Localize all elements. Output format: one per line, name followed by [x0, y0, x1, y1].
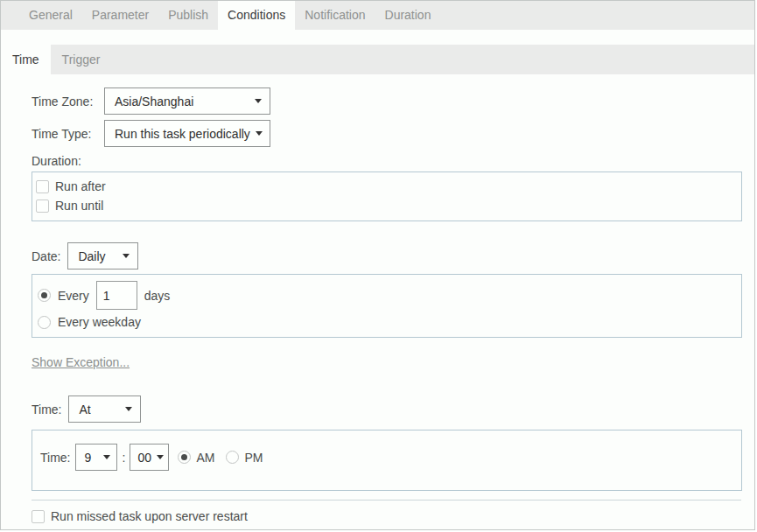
missed-task-option[interactable]: Run missed task upon server restart — [32, 508, 742, 524]
subtab-time[interactable]: Time — [1, 45, 51, 74]
main-tabbar: General Parameter Publish Conditions Not… — [1, 1, 754, 30]
chevron-down-icon — [157, 455, 164, 459]
date-label: Date: — [32, 249, 60, 263]
every-days-input[interactable] — [96, 281, 137, 310]
time-detail-label: Time: — [40, 451, 70, 465]
run-after-option[interactable]: Run after — [36, 177, 741, 196]
tab-general[interactable]: General — [19, 1, 82, 30]
chevron-down-icon — [255, 99, 262, 103]
conditions-subtabbar: Time Trigger — [1, 45, 754, 74]
every-days-option[interactable]: Every days — [38, 281, 741, 310]
chevron-down-icon — [103, 455, 110, 459]
missed-task-checkbox[interactable] — [32, 510, 45, 523]
minute-value: 00 — [137, 451, 151, 465]
chevron-down-icon — [256, 131, 263, 136]
run-after-checkbox[interactable] — [36, 180, 49, 193]
date-select[interactable]: Daily — [67, 242, 138, 270]
run-after-label: Run after — [55, 179, 106, 193]
time-detail-box: Time: 9 : 00 AM PM — [32, 430, 742, 491]
time-type-select[interactable]: Run this task periodically — [104, 120, 270, 147]
time-zone-value: Asia/Shanghai — [115, 94, 193, 108]
recurrence-box: Every days Every weekday — [32, 274, 742, 338]
time-mode-value: At — [79, 402, 90, 416]
time-mode-label: Time: — [32, 402, 61, 416]
every-days-prefix: Every — [58, 289, 89, 303]
run-until-option[interactable]: Run until — [36, 196, 741, 215]
tab-conditions[interactable]: Conditions — [218, 1, 295, 30]
pm-radio[interactable] — [226, 451, 239, 464]
duration-label: Duration: — [32, 154, 742, 168]
tab-notification[interactable]: Notification — [295, 1, 375, 30]
time-zone-row: Time Zone: Asia/Shanghai — [32, 88, 742, 115]
time-separator: : — [122, 451, 125, 465]
time-zone-select[interactable]: Asia/Shanghai — [104, 88, 270, 115]
am-label: AM — [196, 451, 214, 465]
time-type-row: Time Type: Run this task periodically — [32, 120, 742, 147]
duration-box: Run after Run until — [32, 172, 742, 221]
run-until-checkbox[interactable] — [36, 200, 49, 213]
hour-select[interactable]: 9 — [75, 444, 117, 471]
pm-label: PM — [244, 451, 263, 465]
every-weekday-radio[interactable] — [38, 316, 51, 329]
run-until-label: Run until — [55, 199, 103, 213]
time-zone-label: Time Zone: — [32, 94, 104, 108]
time-mode-select[interactable]: At — [68, 396, 141, 423]
meridiem-group: AM PM — [178, 451, 274, 465]
bottom-divider — [32, 500, 741, 500]
time-type-label: Time Type: — [32, 127, 104, 141]
minute-select[interactable]: 00 — [130, 444, 169, 471]
time-type-value: Run this task periodically — [115, 127, 250, 141]
every-days-suffix: days — [144, 289, 171, 303]
chevron-down-icon — [123, 254, 130, 258]
task-scheduler-panel: General Parameter Publish Conditions Not… — [0, 0, 755, 530]
date-value: Daily — [78, 249, 105, 263]
am-radio[interactable] — [178, 451, 191, 464]
every-weekday-label: Every weekday — [58, 315, 141, 329]
time-detail-row: Time: 9 : 00 AM PM — [40, 444, 741, 471]
tabbar-spacer — [1, 30, 754, 45]
chevron-down-icon — [125, 407, 132, 411]
time-mode-row: Time: At — [32, 396, 742, 423]
time-settings-panel: Time Zone: Asia/Shanghai Time Type: Run … — [1, 88, 754, 524]
date-row: Date: Daily — [32, 242, 742, 270]
missed-task-label: Run missed task upon server restart — [51, 509, 248, 523]
every-weekday-option[interactable]: Every weekday — [38, 315, 741, 329]
every-days-radio[interactable] — [38, 289, 51, 302]
tab-publish[interactable]: Publish — [158, 1, 218, 30]
tab-parameter[interactable]: Parameter — [82, 1, 158, 30]
tab-duration[interactable]: Duration — [375, 1, 441, 30]
subtab-trigger[interactable]: Trigger — [51, 45, 112, 74]
hour-value: 9 — [84, 451, 91, 465]
show-exception-link[interactable]: Show Exception... — [32, 355, 130, 369]
